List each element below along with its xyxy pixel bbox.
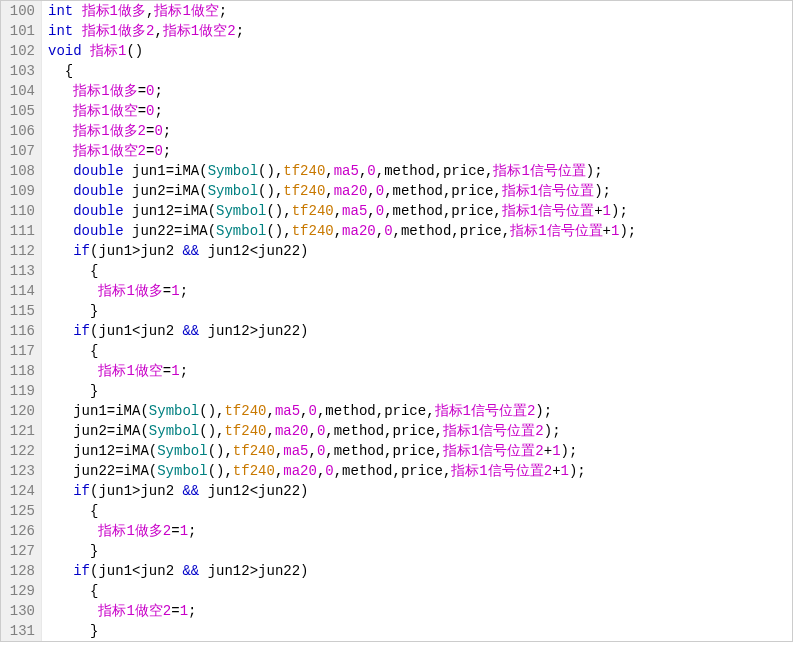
line-number: 120 (5, 401, 35, 421)
line-number: 110 (5, 201, 35, 221)
token-id: 指标1做多 (82, 3, 146, 19)
token-kw: if (73, 243, 90, 259)
code-line: 指标1做多=0; (48, 81, 792, 101)
token-op: (), (208, 463, 233, 479)
code-line: jun12=iMA(Symbol(),tf240,ma5,0,method,pr… (48, 441, 792, 461)
token-op: ); (569, 463, 586, 479)
token-kw: int (48, 23, 82, 39)
token-num: 0 (376, 203, 384, 219)
line-number: 126 (5, 521, 35, 541)
line-number: 123 (5, 461, 35, 481)
token-id: 指标1做空2 (163, 23, 236, 39)
code-line: 指标1做空=0; (48, 101, 792, 121)
token-id: 指标1信号位置2 (443, 443, 544, 459)
token-op: , (376, 223, 384, 239)
token-op: ; (236, 23, 244, 39)
line-number-gutter: 1001011021031041051061071081091101111121… (1, 1, 42, 641)
token-tf: tf240 (224, 403, 266, 419)
token-tf: tf240 (292, 223, 334, 239)
line-number: 125 (5, 501, 35, 521)
code-line: if(jun1>jun2 && jun12<jun22) (48, 241, 792, 261)
line-number: 114 (5, 281, 35, 301)
token-num: 1 (171, 363, 179, 379)
code-line: { (48, 261, 792, 281)
token-op: ; (163, 123, 171, 139)
token-op: () (126, 43, 143, 59)
token-num: 0 (376, 183, 384, 199)
token-ma: ma5 (334, 163, 359, 179)
token-op: , (309, 443, 317, 459)
token-op: + (594, 203, 602, 219)
code-line: 指标1做空2=0; (48, 141, 792, 161)
line-number: 106 (5, 121, 35, 141)
token-kw: int (48, 3, 82, 19)
token-tf: tf240 (283, 183, 325, 199)
token-op: + (603, 223, 611, 239)
line-number: 117 (5, 341, 35, 361)
token-kw: && (182, 323, 199, 339)
token-op: ); (544, 423, 561, 439)
token-fn: Symbol (216, 223, 266, 239)
code-line: double jun2=iMA(Symbol(),tf240,ma20,0,me… (48, 181, 792, 201)
token-plain: ,method,price, (334, 463, 452, 479)
token-plain (48, 123, 73, 139)
code-line: 指标1做多=1; (48, 281, 792, 301)
token-plain: jun22=iMA( (132, 223, 216, 239)
token-op: + (544, 443, 552, 459)
line-number: 102 (5, 41, 35, 61)
token-kw: if (73, 323, 90, 339)
token-num: 0 (154, 143, 162, 159)
code-line: 指标1做空=1; (48, 361, 792, 381)
token-op: = (138, 83, 146, 99)
token-op: { (48, 343, 98, 359)
token-num: 0 (309, 403, 317, 419)
line-number: 112 (5, 241, 35, 261)
token-kw: double (73, 163, 132, 179)
token-op: ); (619, 223, 636, 239)
token-plain (48, 143, 73, 159)
token-plain: ,method,price, (325, 423, 443, 439)
token-plain (48, 483, 73, 499)
token-op: { (48, 263, 98, 279)
line-number: 101 (5, 21, 35, 41)
token-tf: tf240 (283, 163, 325, 179)
token-fn: Symbol (149, 403, 199, 419)
token-ma: ma20 (283, 463, 317, 479)
token-ma: ma20 (275, 423, 309, 439)
token-op: ; (188, 523, 196, 539)
code-line: double jun22=iMA(Symbol(),tf240,ma20,0,m… (48, 221, 792, 241)
code-line: if(jun1>jun2 && jun12<jun22) (48, 481, 792, 501)
token-kw: && (182, 483, 199, 499)
token-op: ); (594, 183, 611, 199)
token-tf: tf240 (224, 423, 266, 439)
code-line: if(jun1<jun2 && jun12>jun22) (48, 321, 792, 341)
token-plain: jun2=iMA( (48, 423, 149, 439)
token-plain (48, 163, 73, 179)
token-ma: ma5 (283, 443, 308, 459)
code-line: { (48, 501, 792, 521)
token-num: 1 (180, 603, 188, 619)
token-op: , (367, 183, 375, 199)
code-line: } (48, 541, 792, 561)
token-plain (48, 323, 73, 339)
token-op: (), (258, 183, 283, 199)
token-op: ; (180, 283, 188, 299)
token-plain (48, 523, 98, 539)
token-plain (48, 563, 73, 579)
token-id: 指标1做空2 (73, 143, 146, 159)
token-kw: if (73, 563, 90, 579)
token-op: (), (208, 443, 233, 459)
token-op: { (48, 63, 73, 79)
token-id: 指标1做空 (98, 363, 162, 379)
token-kw: double (73, 203, 132, 219)
line-number: 119 (5, 381, 35, 401)
token-plain (48, 243, 73, 259)
token-num: 1 (561, 463, 569, 479)
code-area: int 指标1做多,指标1做空;int 指标1做多2,指标1做空2;void 指… (42, 1, 792, 641)
token-plain: (jun1<jun2 (90, 323, 182, 339)
token-plain: (jun1<jun2 (90, 563, 182, 579)
line-number: 100 (5, 1, 35, 21)
token-plain: jun12=iMA( (48, 443, 157, 459)
token-op: } (48, 623, 98, 639)
token-kw: void (48, 43, 90, 59)
